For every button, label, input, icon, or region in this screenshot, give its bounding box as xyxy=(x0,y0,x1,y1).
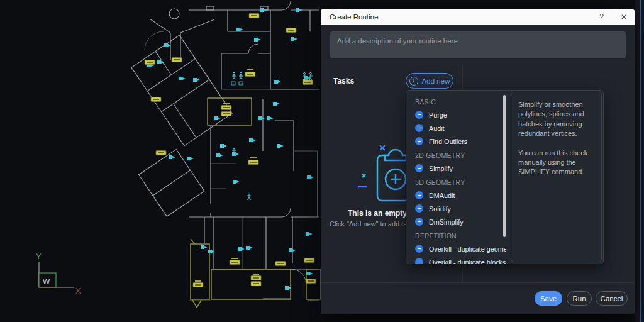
empty-state-subtitle: Click "Add new" to add task xyxy=(330,220,414,228)
run-button[interactable]: Run xyxy=(567,291,592,306)
svg-text:X: X xyxy=(75,286,81,296)
task-list: BASIC Purge Audit Find Outliers 2D GEOME… xyxy=(406,91,506,264)
routine-description-input[interactable] xyxy=(330,31,626,58)
people-symbols xyxy=(231,72,313,200)
menu-item-overkill-geometry[interactable]: Overkill - duplicate geometry xyxy=(415,242,506,255)
menu-item-dmaudit[interactable]: DMAudit xyxy=(415,189,506,202)
svg-text:W: W xyxy=(43,277,50,286)
plus-circle-icon xyxy=(409,77,418,86)
menu-section-3d-geometry: 3D GEOMETRY xyxy=(415,179,506,186)
menu-item-find-outliers[interactable]: Find Outliers xyxy=(415,135,506,148)
cancel-button[interactable]: Cancel xyxy=(596,291,628,306)
add-task-icon xyxy=(415,137,423,145)
tasks-label: Tasks xyxy=(333,77,354,86)
menu-section-2d-geometry: 2D GEOMETRY xyxy=(415,152,506,159)
menu-section-repetition: REPETITION xyxy=(415,232,506,240)
menu-item-solidify[interactable]: Solidify xyxy=(415,202,506,215)
add-new-button[interactable]: Add new xyxy=(406,73,453,89)
add-task-menu: BASIC Purge Audit Find Outliers 2D GEOME… xyxy=(406,90,604,264)
add-task-icon xyxy=(415,204,423,213)
ucs-axis-icon: Y X W xyxy=(36,252,81,296)
dialog-title: Create Routine xyxy=(330,13,378,21)
task-description-text: You can run this check manually using th… xyxy=(518,148,594,177)
svg-text:Y: Y xyxy=(36,252,42,261)
empty-state-title: This is an empty xyxy=(348,209,407,218)
floor-plan: Y X W xyxy=(0,0,321,322)
task-description-text: Simplify or smoothen polylines, splines … xyxy=(518,100,594,139)
footer-separator xyxy=(321,282,635,283)
add-task-icon xyxy=(415,262,423,264)
add-task-icon xyxy=(415,124,423,132)
menu-item-purge[interactable]: Purge xyxy=(415,108,506,121)
menu-section-basic: BASIC xyxy=(415,98,506,106)
add-new-label: Add new xyxy=(422,77,450,85)
save-button[interactable]: Save xyxy=(535,291,562,306)
add-task-icon xyxy=(415,111,423,119)
menu-item-dmsimplify[interactable]: DmSimplify xyxy=(415,215,506,228)
header-separator xyxy=(321,65,635,65)
menu-item-partial[interactable] xyxy=(415,259,429,264)
window-edge-accent xyxy=(640,0,641,322)
menu-item-audit[interactable]: Audit xyxy=(415,121,506,135)
menu-item-simplify[interactable]: Simplify xyxy=(415,162,506,175)
window-edge xyxy=(635,0,644,322)
add-task-icon xyxy=(415,164,423,172)
close-button[interactable]: ✕ xyxy=(621,13,627,21)
add-task-icon xyxy=(415,245,423,253)
create-routine-dialog: Create Routine ? ✕ Tasks Add new This is… xyxy=(321,9,635,314)
dialog-titlebar: Create Routine ? ✕ xyxy=(321,9,635,25)
task-description-panel: Simplify or smoothen polylines, splines … xyxy=(511,92,602,262)
add-task-icon xyxy=(415,218,423,226)
help-button[interactable]: ? xyxy=(599,13,604,21)
menu-scrollbar[interactable] xyxy=(503,95,506,237)
device-symbols xyxy=(147,8,314,290)
add-task-icon xyxy=(415,191,423,199)
